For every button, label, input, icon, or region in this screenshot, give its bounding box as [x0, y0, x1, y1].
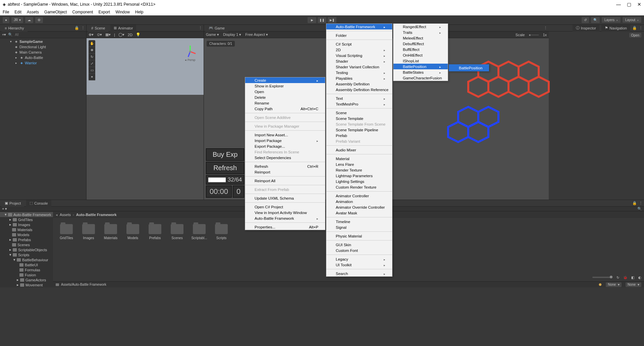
orientation-gizmo[interactable]: ◂ Persp [183, 45, 197, 62]
account-button[interactable]: JR ▾ [11, 17, 23, 23]
menu-edit[interactable]: Edit [14, 10, 21, 14]
menu-item[interactable]: Custom Font [326, 248, 392, 253]
menu-item[interactable]: Show in Explorer [245, 83, 325, 89]
inspector-tab[interactable]: ⓘ Inspector [573, 25, 599, 31]
transform-tool[interactable]: ✦ [89, 74, 95, 80]
animator-tab[interactable]: ⊞ Animator [110, 25, 136, 31]
scale-tool[interactable]: ⤢ [89, 60, 95, 67]
tree-item[interactable]: ▸ GridTiles [0, 217, 53, 222]
layers-dropdown[interactable]: Layers [602, 17, 621, 23]
rotate-tool[interactable]: ↻ [89, 54, 95, 60]
hierarchy-add-button[interactable]: +▾ [2, 32, 6, 37]
asset-bundle-dd[interactable]: None ▾ [606, 282, 622, 287]
menu-item[interactable]: Prefab [326, 133, 392, 138]
menu-item[interactable]: 2D [326, 47, 392, 53]
menu-item[interactable]: DebuffEffect [393, 41, 448, 47]
menu-item[interactable]: Open C# Project [245, 204, 325, 210]
menu-item[interactable]: Update UXML Schema [245, 195, 325, 201]
layers-icon[interactable]: ◧ [631, 276, 634, 279]
hierarchy-item[interactable]: ◈Directional Light [0, 44, 86, 50]
menu-item[interactable]: Animation [326, 199, 392, 204]
scene-root[interactable]: ▾◈SampleGame [0, 39, 86, 44]
tree-scripts[interactable]: ▾ Scripts [0, 252, 53, 257]
menu-item[interactable]: Assembly Definition [326, 81, 392, 87]
thumb-size-slider[interactable] [592, 277, 612, 278]
menu-window[interactable]: Window [115, 10, 130, 14]
menu-item[interactable]: View in Import Activity Window [245, 210, 325, 215]
menu-gameobject[interactable]: GameObject [44, 10, 67, 14]
menu-item[interactable]: BuffEffect [393, 47, 448, 52]
menu-item[interactable]: Copy PathAlt+Ctrl+C [245, 106, 325, 112]
menu-item[interactable]: Auto-Battle Framework [245, 215, 325, 221]
menu-item[interactable]: OnHitEffect [393, 52, 448, 58]
menu-item[interactable]: Folder [326, 32, 392, 38]
menu-item[interactable]: Reimport [245, 169, 325, 175]
tree-root[interactable]: ▾ Auto-Battle Framework [0, 212, 53, 217]
context-menu-framework[interactable]: RangedEffectTraitsMeleeEffectDebuffEffec… [393, 23, 448, 81]
close-button[interactable]: ✕ [637, 2, 641, 7]
refresh-button[interactable]: Refresh [206, 162, 244, 174]
context-menu-assets[interactable]: CreateShow in ExplorerOpenDeleteRenameCo… [245, 77, 325, 230]
menu-item[interactable]: Animator Controller [326, 193, 392, 199]
scene-light-toggle[interactable]: 💡 [136, 32, 141, 37]
menu-item[interactable]: GUI Skin [326, 242, 392, 248]
menu-item[interactable]: Open [245, 89, 325, 94]
scene-tool-grid[interactable]: ▦▾ [105, 32, 111, 37]
scene-tool-pivot[interactable]: ⊙▾ [97, 32, 102, 37]
folder-card[interactable]: Images [81, 224, 96, 240]
menu-help[interactable]: Help [135, 10, 144, 14]
bug-icon[interactable]: 🐞 [623, 276, 627, 279]
menu-item[interactable]: BattlePosition [393, 64, 448, 69]
maximize-button[interactable]: ▢ [627, 2, 631, 7]
scene-menu-icon[interactable]: ⋮ [199, 26, 202, 30]
context-menu-battleposition[interactable]: BattlePosition [449, 64, 489, 71]
folder-card[interactable]: Materials [103, 224, 118, 240]
layout-dropdown[interactable]: Layout [623, 17, 641, 23]
folder-card[interactable]: Scenes [170, 224, 184, 240]
menu-item[interactable]: Assembly Definition Reference [326, 87, 392, 92]
menu-item[interactable]: Visual Scripting [326, 53, 392, 58]
menu-item[interactable]: Import New Asset... [245, 132, 325, 138]
breadcrumb-item[interactable]: Assets [60, 213, 71, 217]
hierarchy-item[interactable]: ▸◈Warrior [0, 60, 86, 66]
tree-sub[interactable]: BattleUI [0, 262, 53, 267]
menu-item[interactable]: Physic Material [326, 233, 392, 239]
menu-item[interactable]: Export Package... [245, 143, 325, 149]
menu-item[interactable]: Timeline [326, 219, 392, 224]
menu-item[interactable]: Animator Override Controller [326, 204, 392, 210]
menu-item[interactable]: RefreshCtrl+R [245, 163, 325, 169]
menu-item[interactable]: Search [326, 271, 392, 276]
console-tab[interactable]: ⬚ Console [26, 200, 51, 207]
hierarchy-tab[interactable]: ≡ Hierarchy [1, 25, 28, 31]
folder-card[interactable]: Models [125, 224, 140, 240]
tree-sub[interactable]: ▸ GameActors [0, 277, 53, 282]
settings-button[interactable]: ⚙ [35, 17, 43, 23]
hierarchy-search[interactable] [15, 33, 84, 37]
menu-item[interactable]: GameCharacterFusion [393, 75, 448, 81]
hand-tool[interactable]: ✋ [89, 40, 95, 47]
services-button[interactable]: ☁ [25, 17, 33, 23]
menu-item[interactable]: Shader [326, 58, 392, 64]
step-button[interactable]: ▶❚ [328, 17, 336, 23]
game-display-dropdown[interactable]: Display 1 ▾ [223, 32, 241, 37]
inspector-lock-icon[interactable]: 🔒 [632, 26, 637, 30]
context-menu-create[interactable]: Auto-Battle FrameworkFolderC# Script2DVi… [326, 23, 392, 277]
game-menu-icon[interactable]: ⋮ [544, 26, 547, 30]
menu-item[interactable]: UI Toolkit [326, 262, 392, 268]
menu-item[interactable]: Shader Variant Collection [326, 64, 392, 70]
hierarchy-lock-icon[interactable]: 🔒 [74, 26, 79, 30]
buy-exp-button[interactable]: Buy Exp [206, 148, 244, 161]
menu-item[interactable]: Properties...Alt+P [245, 224, 325, 230]
tree-item[interactable]: ▸ Prefabs [0, 237, 53, 242]
folder-card[interactable]: Scriptabl... [192, 224, 207, 240]
game-tab[interactable]: 🎮 Game [205, 25, 228, 31]
menu-item[interactable]: Render Texture [326, 167, 392, 173]
menu-item[interactable]: IShopList [393, 58, 448, 64]
progress-icon[interactable]: ◐ [638, 276, 641, 279]
tree-sub[interactable]: Fusion [0, 272, 53, 277]
menu-item[interactable]: Scene Template Pipeline [326, 127, 392, 133]
menu-item[interactable]: Auto-Battle Framework [326, 24, 392, 29]
game-aspect-dropdown[interactable]: Free Aspect ▾ [245, 32, 268, 37]
menu-export[interactable]: Export [98, 10, 110, 14]
rect-tool[interactable]: ▭ [89, 67, 95, 74]
